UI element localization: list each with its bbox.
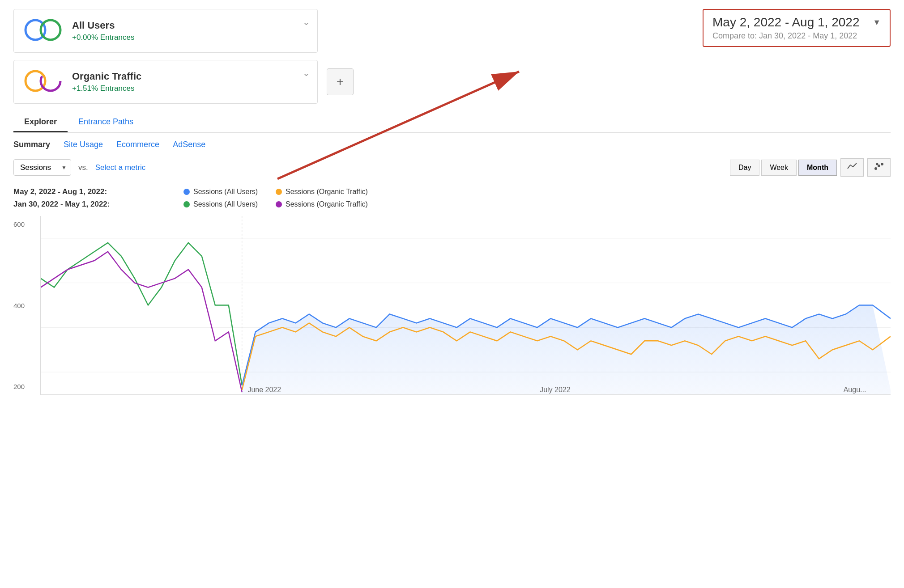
tab-explorer[interactable]: Explorer (13, 113, 68, 132)
y-label-600: 600 (13, 220, 25, 228)
chart-svg: June 2022 July 2022 Augu... (41, 216, 891, 394)
secondary-tabs: Summary Site Usage Ecommerce AdSense (13, 140, 891, 149)
chevron-down-icon-2: ⌄ (303, 68, 310, 78)
legend-dot-purple (276, 201, 282, 207)
segment-name-organic: Organic Traffic (72, 71, 308, 82)
legend-text-green: Sessions (All Users) (193, 200, 258, 208)
chevron-down-icon: ⌄ (303, 17, 310, 27)
chart-area: 600 400 200 (13, 216, 891, 395)
svg-point-4 (874, 167, 877, 170)
subtab-site-usage[interactable]: Site Usage (64, 140, 103, 149)
legend-item-orange: Sessions (Organic Traffic) (276, 188, 368, 196)
y-label-400: 400 (13, 302, 25, 309)
legend-text-orange: Sessions (Organic Traffic) (286, 188, 368, 196)
subtab-adsense[interactable]: AdSense (173, 140, 205, 149)
subtab-ecommerce[interactable]: Ecommerce (116, 140, 159, 149)
period-week-button[interactable]: Week (761, 160, 797, 176)
metric-select-wrapper[interactable]: Sessions Users Pageviews (13, 159, 71, 176)
date-range-chevron: ▼ (873, 18, 881, 27)
segment-card-allusers[interactable]: All Users +0.00% Entrances ⌄ (13, 9, 318, 53)
segment-name-allusers: All Users (72, 20, 308, 31)
legend-text-purple: Sessions (Organic Traffic) (286, 200, 368, 208)
segment-info-allusers: All Users +0.00% Entrances (72, 20, 308, 42)
line-chart-icon[interactable] (840, 158, 864, 177)
metric-controls: Sessions Users Pageviews vs. Select a me… (13, 158, 891, 177)
primary-tabs: Explorer Entrance Paths (13, 113, 891, 133)
subtab-summary[interactable]: Summary (13, 140, 50, 149)
green-line (41, 243, 242, 385)
legend-text-blue: Sessions (All Users) (193, 188, 258, 196)
period-buttons-group: Day Week Month (730, 158, 891, 177)
legend-dot-blue (183, 189, 190, 195)
y-label-200: 200 (13, 383, 25, 390)
chart-legend: May 2, 2022 - Aug 1, 2022: Sessions (All… (13, 187, 891, 209)
segment-card-organic[interactable]: Organic Traffic +1.51% Entrances ⌄ (13, 60, 318, 104)
scatter-chart-icon[interactable] (867, 158, 891, 177)
svg-point-7 (876, 163, 878, 165)
svg-point-1 (41, 20, 60, 40)
x-label-july: July 2022 (540, 386, 571, 393)
metric-select[interactable]: Sessions Users Pageviews (13, 159, 71, 176)
legend-dot-green (183, 201, 190, 207)
period-day-button[interactable]: Day (730, 160, 759, 176)
legend-dot-orange (276, 189, 282, 195)
date-range-compare: Compare to: Jan 30, 2022 - May 1, 2022 (712, 31, 881, 41)
segment-icon-organic (23, 68, 63, 96)
segment-stat-allusers: +0.00% Entrances (72, 33, 308, 42)
legend-date-label-1: May 2, 2022 - Aug 1, 2022: (13, 187, 166, 196)
legend-date-label-2: Jan 30, 2022 - May 1, 2022: (13, 200, 166, 209)
segment-stat-organic: +1.51% Entrances (72, 84, 308, 93)
legend-item-blue: Sessions (All Users) (183, 188, 258, 196)
x-label-aug: Augu... (844, 386, 866, 393)
blue-area (242, 305, 891, 395)
date-range-selector[interactable]: May 2, 2022 - Aug 1, 2022 ▼ Compare to: … (703, 9, 891, 47)
add-segment-button[interactable]: + (327, 68, 354, 95)
legend-item-green: Sessions (All Users) (183, 200, 258, 208)
purple-line (41, 252, 242, 392)
select-metric-link[interactable]: Select a metric (95, 163, 145, 172)
legend-row-2: Jan 30, 2022 - May 1, 2022: Sessions (Al… (13, 200, 891, 209)
segment-info-organic: Organic Traffic +1.51% Entrances (72, 71, 308, 93)
segment-icon-allusers (23, 17, 63, 45)
tab-entrance-paths[interactable]: Entrance Paths (68, 113, 144, 132)
svg-point-5 (878, 165, 880, 167)
period-month-button[interactable]: Month (798, 160, 837, 176)
x-label-june: June 2022 (247, 386, 281, 393)
legend-row-1: May 2, 2022 - Aug 1, 2022: Sessions (All… (13, 187, 891, 196)
svg-point-6 (881, 163, 883, 165)
chart-container: June 2022 July 2022 Augu... (40, 216, 891, 395)
legend-item-purple: Sessions (Organic Traffic) (276, 200, 368, 208)
vs-label: vs. (78, 163, 88, 172)
date-range-main: May 2, 2022 - Aug 1, 2022 ▼ (712, 15, 881, 30)
